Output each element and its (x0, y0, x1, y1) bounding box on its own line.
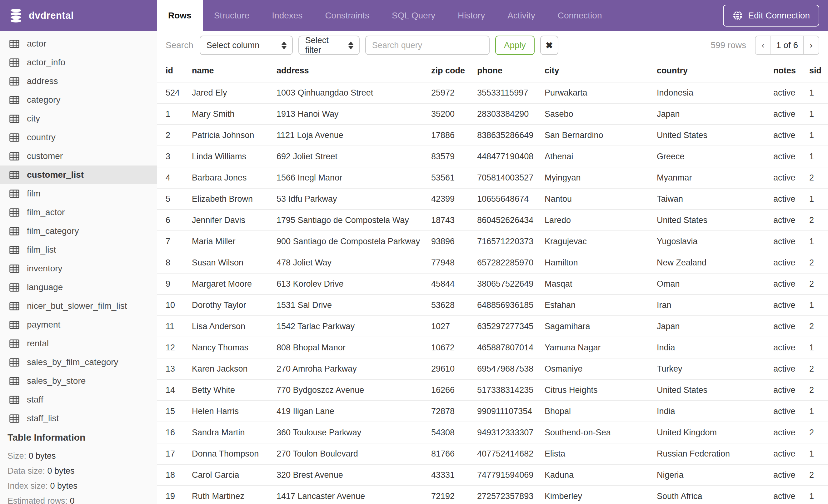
table-row[interactable]: 1Mary Smith1913 Hanoi Way352002830338429… (157, 104, 828, 125)
tab-indexes[interactable]: Indexes (260, 0, 314, 31)
cell-address: 53 Idfu Parkway (277, 194, 431, 204)
table-row[interactable]: 18Carol Garcia320 Brest Avenue4333174779… (157, 465, 828, 486)
table-row[interactable]: 14Betty White770 Bydgoszcz Avenue1626651… (157, 380, 828, 401)
table-grid-icon (9, 77, 19, 86)
apply-button[interactable]: Apply (495, 36, 535, 55)
cell-address: 1531 Sal Drive (277, 301, 431, 310)
cell-address: 1566 Inegl Manor (277, 173, 431, 183)
sidebar-item-staff_list[interactable]: staff_list (0, 409, 157, 428)
table-row[interactable]: 4Barbara Jones1566 Inegl Manor5356170581… (157, 167, 828, 189)
top-bar: dvdrental RowsStructureIndexesConstraint… (0, 0, 828, 31)
cell-zip-code: 72192 (431, 492, 477, 501)
grid-body: 524Jared Ely1003 Qinhuangdao Street25972… (157, 83, 828, 504)
sidebar: actor actor_info address category city c… (0, 31, 157, 504)
table-row[interactable]: 16Sandra Martin360 Toulouse Parkway54308… (157, 422, 828, 444)
cell-id: 8 (166, 258, 192, 268)
tab-sql-query[interactable]: SQL Query (381, 0, 447, 31)
sidebar-item-rental[interactable]: rental (0, 334, 157, 353)
sidebar-item-actor_info[interactable]: actor_info (0, 53, 157, 72)
sidebar-item-customer[interactable]: customer (0, 147, 157, 166)
table-row[interactable]: 524Jared Ely1003 Qinhuangdao Street25972… (157, 83, 828, 104)
cell-country: Turkey (657, 364, 773, 374)
cell-address: 770 Bydgoszcz Avenue (277, 385, 431, 395)
sidebar-item-label: staff_list (27, 413, 59, 423)
table-row[interactable]: 8Susan Wilson478 Joliet Way7794865728228… (157, 252, 828, 274)
sidebar-item-label: language (27, 282, 63, 292)
cell-id: 5 (166, 194, 192, 204)
cell-country: Myanmar (657, 173, 773, 183)
cell-id: 3 (166, 152, 192, 162)
sidebar-item-inventory[interactable]: inventory (0, 259, 157, 278)
table-row[interactable]: 10Dorothy Taylor1531 Sal Drive5362864885… (157, 295, 828, 316)
cell-zip-code: 53561 (431, 173, 477, 183)
table-row[interactable]: 19Ruth Martinez1417 Lancaster Avenue7219… (157, 486, 828, 504)
tab-structure[interactable]: Structure (203, 0, 261, 31)
cell-address: 808 Bhopal Manor (277, 343, 431, 353)
cell-country: Japan (657, 109, 773, 119)
sidebar-item-country[interactable]: country (0, 128, 157, 147)
cell-id: 2 (166, 131, 192, 140)
cell-city: Elista (545, 449, 657, 459)
sidebar-item-customer_list[interactable]: customer_list (0, 166, 157, 184)
table-row[interactable]: 13Karen Jackson270 Amroha Parkway2961069… (157, 359, 828, 380)
sidebar-item-sales_by_film_category[interactable]: sales_by_film_category (0, 353, 157, 372)
cell-phone: 860452626434 (477, 216, 545, 225)
sidebar-item-film_actor[interactable]: film_actor (0, 203, 157, 222)
table-grid-icon (9, 283, 19, 292)
column-select[interactable]: Select column (200, 36, 293, 55)
table-row[interactable]: 15Helen Harris419 Iligan Lane72878990911… (157, 401, 828, 422)
tab-activity[interactable]: Activity (496, 0, 546, 31)
cell-name: Betty White (192, 385, 277, 395)
table-row[interactable]: 7Maria Miller900 Santiago de Compostela … (157, 231, 828, 252)
cell-id: 16 (166, 428, 192, 438)
tab-history[interactable]: History (447, 0, 496, 31)
search-query-input[interactable] (365, 36, 490, 55)
previous-page-button[interactable]: ‹ (755, 36, 771, 54)
next-page-button[interactable]: › (803, 36, 819, 54)
cell-sid: 1 (809, 131, 828, 140)
cell-phone: 990911107354 (477, 407, 545, 416)
column-header-sid: sid (809, 66, 828, 76)
table-row[interactable]: 2Patricia Johnson1121 Loja Avenue1788683… (157, 125, 828, 146)
cell-country: Russian Federation (657, 449, 773, 459)
sidebar-item-film_list[interactable]: film_list (0, 240, 157, 259)
table-row[interactable]: 6Jennifer Davis1795 Santiago de Composte… (157, 210, 828, 231)
sidebar-item-label: category (27, 95, 60, 105)
cell-zip-code: 81766 (431, 449, 477, 459)
tab-constraints[interactable]: Constraints (314, 0, 381, 31)
table-row[interactable]: 3Linda Williams692 Joliet Street83579448… (157, 146, 828, 167)
sidebar-item-film[interactable]: film (0, 184, 157, 203)
sidebar-item-staff[interactable]: staff (0, 390, 157, 409)
sidebar-item-city[interactable]: city (0, 109, 157, 128)
sidebar-item-address[interactable]: address (0, 72, 157, 91)
cell-country: United States (657, 385, 773, 395)
column-header-address: address (277, 66, 431, 76)
table-list: actor actor_info address category city c… (0, 34, 157, 428)
cell-country: Indonesia (657, 88, 773, 98)
sidebar-item-payment[interactable]: payment (0, 315, 157, 334)
sidebar-item-nicer_but_slower_film_list[interactable]: nicer_but_slower_film_list (0, 296, 157, 315)
table-row[interactable]: 12Nancy Thomas808 Bhopal Manor1067246588… (157, 337, 828, 359)
cell-zip-code: 54308 (431, 428, 477, 438)
table-row[interactable]: 9Margaret Moore613 Korolev Drive45844380… (157, 274, 828, 295)
table-information-fields: Size: 0 bytesData size: 0 bytesIndex siz… (7, 448, 157, 504)
clear-search-button[interactable]: ✖ (540, 36, 558, 55)
sidebar-item-language[interactable]: language (0, 278, 157, 296)
tab-rows[interactable]: Rows (157, 0, 203, 31)
table-row[interactable]: 5Elizabeth Brown53 Idfu Parkway423991065… (157, 189, 828, 210)
sidebar-item-actor[interactable]: actor (0, 34, 157, 53)
cell-name: Susan Wilson (192, 258, 277, 268)
table-row[interactable]: 17Donna Thompson270 Toulon Boulevard8176… (157, 444, 828, 465)
cell-notes: active (773, 109, 809, 119)
edit-connection-button[interactable]: Edit Connection (723, 5, 819, 27)
cell-name: Karen Jackson (192, 364, 277, 374)
data-grid: idnameaddresszip codephonecitycountrynot… (157, 59, 828, 504)
tab-connection[interactable]: Connection (546, 0, 613, 31)
table-grid-icon (9, 377, 19, 385)
filter-select[interactable]: Select filter (298, 36, 360, 55)
sidebar-item-sales_by_store[interactable]: sales_by_store (0, 372, 157, 390)
cell-country: New Zealand (657, 258, 773, 268)
table-row[interactable]: 11Lisa Anderson1542 Tarlac Parkway102763… (157, 316, 828, 337)
sidebar-item-film_category[interactable]: film_category (0, 222, 157, 240)
sidebar-item-category[interactable]: category (0, 91, 157, 109)
